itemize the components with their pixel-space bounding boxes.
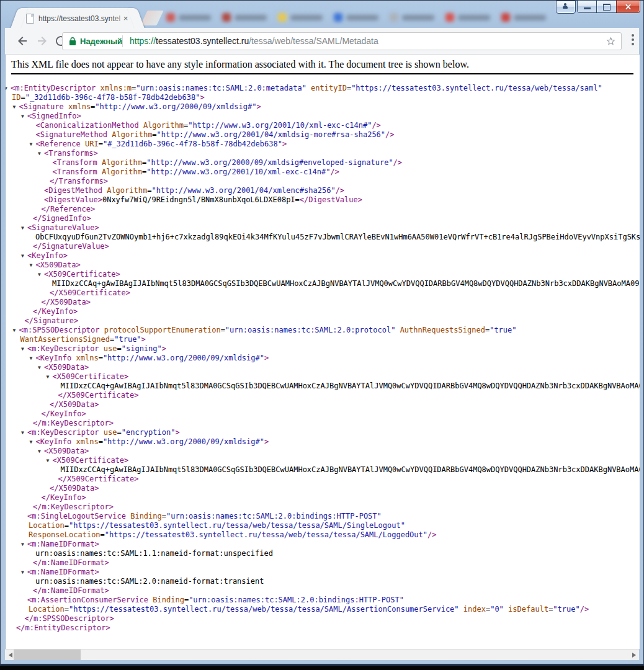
xml-line: </X509Data> (6, 298, 640, 307)
xml-line: ▼<Reference URI="#_32d11d6b-396c-4f78-b5… (6, 140, 640, 149)
active-tab[interactable]: https://tessatest03.syntel × (19, 8, 136, 29)
minimize-button[interactable] (577, 0, 597, 13)
person-icon (563, 3, 568, 8)
expander-arrow-icon[interactable]: ▼ (13, 326, 16, 335)
page-content: This XML file does not appear to have an… (5, 55, 640, 649)
back-button-icon[interactable] (15, 34, 30, 48)
xml-line: ▼<m:EntityDescriptor xmlns:m="urn:oasis:… (6, 84, 640, 93)
address-bar[interactable]: Надежный https://tessatest03.syntellect.… (62, 32, 622, 50)
expander-arrow-icon[interactable]: ▼ (5, 84, 7, 93)
browser-toolbar: Надежный https://tessatest03.syntellect.… (5, 28, 639, 55)
browser-window: https://tessatest03.syntel × (0, 0, 644, 670)
xml-line: Location="https://tessatest03.syntellect… (6, 521, 640, 530)
xml-line: </m:SPSSODescriptor> (6, 614, 640, 623)
secure-label: Надежный (80, 36, 122, 47)
xml-line: ▼<X509Certificate> (6, 270, 640, 279)
xml-line: ▼<m:KeyDescriptor use="signing"> (6, 344, 640, 354)
expander-arrow-icon[interactable]: ▼ (30, 261, 33, 270)
page-favicon-icon (26, 14, 34, 24)
xml-line: </X509Certificate> (6, 475, 640, 484)
xml-line: </m:KeyDescriptor> (6, 419, 640, 428)
lock-icon (69, 37, 76, 46)
xml-line: ID="_32d11d6b-396c-4f78-b58f-78db42deb63… (6, 93, 640, 102)
xml-line: ▼<Signature xmlns="http://www.w3.org/200… (6, 102, 640, 112)
xml-text-line: MIIDxzCCAq+gAwIBAgIJAIbNmqt5l83DMA0GCSqG… (6, 382, 640, 391)
xml-line: <m:AssertionConsumerService Binding="urn… (6, 596, 640, 605)
expander-arrow-icon[interactable]: ▼ (13, 103, 16, 112)
xml-text-line: ObCFUxqyuDfGun2TvZOWNOymb1+hj6+c7xkzadgl… (6, 233, 640, 242)
expander-arrow-icon[interactable]: ▼ (47, 457, 50, 465)
xml-line: ▼<m:SPSSODescriptor protocolSupportEnume… (6, 326, 640, 335)
url-text: https://tessatest03.syntellect.ru/tessa/… (130, 36, 378, 47)
xml-text-line: urn:oasis:names:tc:SAML:1.1:nameid-forma… (6, 549, 640, 558)
expander-arrow-icon[interactable]: ▼ (21, 345, 24, 354)
background-tab-favicon-icon (445, 13, 454, 22)
xml-line: ▼<X509Certificate> (6, 372, 640, 382)
expander-arrow-icon[interactable]: ▼ (38, 447, 41, 456)
expander-arrow-icon[interactable]: ▼ (21, 540, 24, 549)
maximize-button[interactable] (596, 0, 617, 13)
expander-arrow-icon[interactable]: ▼ (47, 373, 50, 382)
xml-line: </KeyInfo> (6, 307, 640, 316)
expander-arrow-icon[interactable]: ▼ (30, 438, 33, 447)
xml-line: ▼<X509Data> (6, 447, 640, 456)
notice-divider (11, 73, 633, 74)
xml-line: ▼<KeyInfo xmlns="http://www.w3.org/2000/… (6, 354, 640, 363)
expander-arrow-icon[interactable]: ▼ (21, 252, 24, 261)
expander-arrow-icon[interactable]: ▼ (21, 224, 24, 233)
xml-line: <DigestValue>0Nxyfw7WiQ/9REidngn5l/BNmX8… (6, 195, 640, 205)
expander-arrow-icon[interactable]: ▼ (21, 112, 24, 121)
background-tab-title-blur (290, 15, 323, 20)
background-tab-favicon-icon (334, 13, 342, 22)
xml-line: <Transform Algorithm="http://www.w3.org/… (6, 158, 640, 168)
expander-arrow-icon[interactable]: ▼ (21, 568, 24, 577)
xml-line: </Reference> (6, 205, 640, 214)
bookmark-star-icon[interactable] (606, 36, 616, 47)
xml-tree: ▼<m:EntityDescriptor xmlns:m="urn:oasis:… (6, 84, 640, 633)
xml-line: </Transforms> (6, 177, 640, 186)
xml-line: </SignedInfo> (6, 214, 640, 223)
url-host: tessatest03.syntellect.ru (156, 36, 249, 46)
xml-line: </X509Certificate> (6, 391, 640, 400)
xml-line: ▼<KeyInfo> (6, 251, 640, 261)
background-tab-favicon-icon (166, 13, 175, 22)
background-tab-title-blur (458, 15, 490, 20)
xml-line: </KeyInfo> (6, 409, 640, 419)
background-tab-favicon-icon (222, 13, 231, 22)
background-tab-favicon-icon (501, 13, 510, 22)
xml-line: WantAssertionsSigned="true"> (6, 335, 640, 344)
browser-menu-icon[interactable] (632, 34, 634, 47)
scrollbar-thumb[interactable] (14, 650, 81, 660)
expander-arrow-icon[interactable]: ▼ (38, 150, 41, 158)
background-tab-title-blur (402, 15, 434, 20)
tab-close-icon[interactable]: × (121, 14, 130, 23)
background-tab-title-blur (346, 15, 378, 20)
xml-line: Location="https://tessatest03.syntellect… (6, 605, 640, 614)
forward-button-icon[interactable] (35, 34, 50, 48)
url-scheme: https:// (130, 36, 156, 46)
xml-line: </X509Data> (6, 400, 640, 409)
xml-line: </m:EntityDescriptor> (6, 623, 640, 633)
xml-line: <Transform Algorithm="http://www.w3.org/… (6, 168, 640, 177)
expander-arrow-icon[interactable]: ▼ (38, 364, 41, 372)
horizontal-scrollbar[interactable] (5, 649, 639, 660)
xml-text-line: MIIDxzCCAq+gAwIBAgIJAIbNmqt5l83DMA0GCSqG… (6, 279, 640, 288)
minimize-icon (584, 7, 591, 9)
xml-line: </m:KeyDescriptor> (6, 502, 640, 512)
expander-arrow-icon[interactable]: ▼ (30, 354, 33, 363)
expander-arrow-icon[interactable]: ▼ (21, 429, 24, 437)
xml-line: ▼<SignatureValue> (6, 223, 640, 233)
close-button[interactable] (616, 0, 640, 13)
expander-arrow-icon[interactable]: ▼ (30, 140, 33, 149)
profile-button[interactable] (556, 1, 576, 14)
xml-line: ResponseLocation="https://tessatest03.sy… (6, 530, 640, 540)
omnibox-separator (122, 35, 123, 47)
scroll-right-arrow-icon[interactable] (628, 650, 639, 660)
xml-text-line: urn:oasis:names:tc:SAML:2.0:nameid-forma… (6, 577, 640, 586)
xml-line: ▼<KeyInfo xmlns="http://www.w3.org/2000/… (6, 437, 640, 447)
background-tab-title-blur (235, 15, 267, 20)
xml-line: ▼<X509Data> (6, 363, 640, 372)
xml-line: <m:SingleLogoutService Binding="urn:oasi… (6, 512, 640, 521)
url-path: /tessa/web/tessa/SAML/Metadata (249, 36, 378, 46)
expander-arrow-icon[interactable]: ▼ (38, 270, 41, 279)
